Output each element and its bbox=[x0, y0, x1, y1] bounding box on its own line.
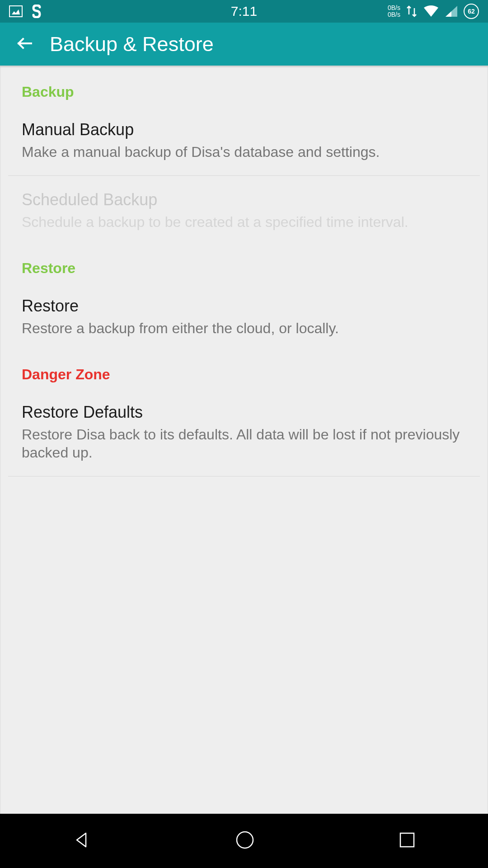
svg-rect-3 bbox=[400, 833, 414, 847]
setting-desc: Make a manual backup of Disa's database … bbox=[22, 143, 466, 161]
divider bbox=[8, 476, 480, 476]
battery-indicator: 62 bbox=[464, 4, 479, 19]
setting-scheduled-backup: Scheduled Backup Schedule a backup to be… bbox=[22, 183, 466, 242]
setting-title: Manual Backup bbox=[22, 120, 466, 143]
setting-desc: Restore a backup from either the cloud, … bbox=[22, 319, 466, 337]
network-speed: 0B/s 0B/s bbox=[388, 5, 400, 19]
navigation-bar bbox=[0, 814, 488, 868]
page-title: Backup & Restore bbox=[50, 33, 214, 56]
setting-desc: Schedule a backup to be created at a spe… bbox=[22, 213, 466, 231]
svg-rect-0 bbox=[9, 6, 22, 17]
wifi-icon bbox=[423, 5, 439, 18]
section-header-danger: Danger Zone bbox=[22, 348, 466, 396]
signal-icon bbox=[445, 5, 458, 18]
settings-content: Backup Manual Backup Make a manual backu… bbox=[0, 66, 488, 814]
setting-title: Restore Defaults bbox=[22, 403, 466, 425]
setting-title: Restore bbox=[22, 297, 466, 319]
setting-desc: Restore Disa back to its defaults. All d… bbox=[22, 425, 466, 462]
app-bar: Backup & Restore bbox=[0, 23, 488, 66]
section-header-backup: Backup bbox=[22, 66, 466, 113]
status-time: 7:11 bbox=[231, 4, 257, 19]
svg-marker-1 bbox=[12, 9, 20, 14]
section-header-restore: Restore bbox=[22, 242, 466, 289]
setting-restore[interactable]: Restore Restore a backup from either the… bbox=[22, 289, 466, 348]
setting-restore-defaults[interactable]: Restore Defaults Restore Disa back to it… bbox=[22, 396, 466, 472]
status-left-icons bbox=[9, 5, 43, 18]
svg-point-2 bbox=[237, 832, 253, 848]
status-right-icons: 0B/s 0B/s 62 bbox=[388, 4, 479, 19]
network-arrows-icon bbox=[406, 5, 418, 18]
divider bbox=[8, 175, 480, 176]
nav-recent-button[interactable] bbox=[398, 830, 417, 851]
app-s-icon bbox=[30, 5, 43, 18]
image-icon bbox=[9, 5, 23, 17]
nav-back-button[interactable] bbox=[71, 830, 92, 852]
setting-manual-backup[interactable]: Manual Backup Make a manual backup of Di… bbox=[22, 113, 466, 172]
back-button[interactable] bbox=[16, 34, 34, 54]
setting-title: Scheduled Backup bbox=[22, 190, 466, 213]
nav-home-button[interactable] bbox=[235, 830, 255, 852]
status-bar: 7:11 0B/s 0B/s 62 bbox=[0, 0, 488, 23]
